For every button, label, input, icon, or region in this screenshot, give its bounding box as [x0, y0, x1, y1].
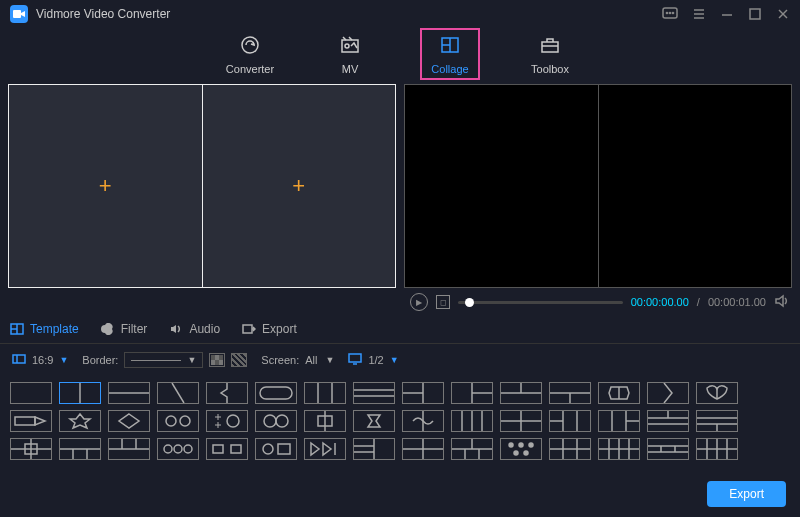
- template-item[interactable]: [402, 410, 444, 432]
- volume-icon[interactable]: [774, 294, 790, 311]
- template-item[interactable]: [353, 410, 395, 432]
- chevron-down-icon: ▼: [59, 355, 68, 365]
- color-picker-button[interactable]: [209, 353, 225, 367]
- border-control: Border: ▼: [82, 352, 247, 368]
- subtab-filter[interactable]: Filter: [101, 322, 148, 336]
- template-item[interactable]: [206, 410, 248, 432]
- feedback-icon[interactable]: [662, 7, 678, 21]
- slot-2[interactable]: +: [203, 85, 396, 287]
- border-pattern-button[interactable]: [231, 353, 247, 367]
- export-button[interactable]: Export: [707, 481, 786, 507]
- template-item[interactable]: [696, 382, 738, 404]
- template-item[interactable]: [10, 382, 52, 404]
- template-icon: [10, 323, 24, 335]
- subtab-audio[interactable]: Audio: [169, 322, 220, 336]
- svg-point-114: [519, 443, 523, 447]
- template-item[interactable]: [696, 438, 738, 460]
- subtab-label: Audio: [189, 322, 220, 336]
- svg-rect-29: [215, 355, 219, 360]
- chevron-down-icon: ▼: [187, 355, 196, 365]
- subtab-template[interactable]: Template: [10, 322, 79, 336]
- svg-rect-32: [215, 360, 219, 365]
- template-item[interactable]: [647, 382, 689, 404]
- play-button[interactable]: ▶: [410, 293, 428, 311]
- template-item[interactable]: [206, 382, 248, 404]
- template-item[interactable]: [304, 410, 346, 432]
- template-item[interactable]: [10, 438, 52, 460]
- split-control[interactable]: 1/2 ▼: [348, 353, 398, 367]
- tab-mv[interactable]: MV: [320, 28, 380, 80]
- template-item[interactable]: [451, 382, 493, 404]
- minimize-icon[interactable]: [720, 7, 734, 21]
- template-item[interactable]: [402, 382, 444, 404]
- footer: Export: [707, 481, 786, 507]
- screen-label: Screen:: [261, 354, 299, 366]
- template-options: 16:9 ▼ Border: ▼ Screen: All▼ 1/2 ▼: [0, 344, 800, 376]
- svg-marker-57: [70, 414, 90, 428]
- svg-rect-30: [219, 355, 223, 360]
- template-item[interactable]: [255, 410, 297, 432]
- template-item[interactable]: [304, 382, 346, 404]
- template-item[interactable]: [451, 438, 493, 460]
- tab-collage[interactable]: Collage: [420, 28, 480, 80]
- template-item[interactable]: [59, 438, 101, 460]
- stop-button[interactable]: ◻: [436, 295, 450, 309]
- menu-icon[interactable]: [692, 7, 706, 21]
- template-item[interactable]: [598, 382, 640, 404]
- template-item[interactable]: [157, 410, 199, 432]
- template-item[interactable]: [206, 438, 248, 460]
- template-item[interactable]: [59, 410, 101, 432]
- svg-point-94: [174, 445, 182, 453]
- template-item[interactable]: [255, 382, 297, 404]
- template-item[interactable]: [549, 382, 591, 404]
- seek-thumb[interactable]: [465, 298, 474, 307]
- aspect-icon: [12, 353, 26, 367]
- chevron-down-icon: ▼: [326, 355, 335, 365]
- screen-value: All: [305, 354, 317, 366]
- template-item[interactable]: [353, 382, 395, 404]
- template-item[interactable]: [500, 438, 542, 460]
- svg-point-95: [184, 445, 192, 453]
- template-item[interactable]: [451, 410, 493, 432]
- time-current: 00:00:00.00: [631, 296, 689, 308]
- template-item[interactable]: [353, 438, 395, 460]
- template-item[interactable]: [500, 382, 542, 404]
- screen-select[interactable]: All▼: [305, 354, 334, 366]
- close-icon[interactable]: [776, 7, 790, 21]
- template-item[interactable]: [59, 382, 101, 404]
- template-item[interactable]: [108, 382, 150, 404]
- svg-rect-55: [15, 417, 35, 425]
- template-item[interactable]: [549, 438, 591, 460]
- template-item[interactable]: [304, 438, 346, 460]
- maximize-icon[interactable]: [748, 7, 762, 21]
- template-item[interactable]: [647, 438, 689, 460]
- border-style-select[interactable]: ▼: [124, 352, 203, 368]
- slot-1[interactable]: +: [9, 85, 203, 287]
- titlebar: Vidmore Video Converter: [0, 0, 800, 28]
- seek-track[interactable]: [458, 301, 623, 304]
- svg-marker-56: [35, 417, 45, 425]
- subtab-export[interactable]: Export: [242, 322, 297, 336]
- collage-icon: [439, 34, 461, 59]
- add-icon: +: [292, 173, 305, 199]
- svg-rect-34: [349, 354, 361, 362]
- aspect-selector[interactable]: 16:9 ▼: [12, 353, 68, 367]
- template-item[interactable]: [255, 438, 297, 460]
- template-item[interactable]: [108, 438, 150, 460]
- template-item[interactable]: [696, 410, 738, 432]
- template-item[interactable]: [598, 410, 640, 432]
- main-tabs: Converter MV Collage Toolbox: [0, 28, 800, 80]
- svg-point-62: [264, 415, 276, 427]
- template-item[interactable]: [108, 410, 150, 432]
- template-item[interactable]: [500, 410, 542, 432]
- tab-toolbox[interactable]: Toolbox: [520, 28, 580, 80]
- template-item[interactable]: [157, 382, 199, 404]
- collage-slots: + +: [8, 84, 396, 288]
- template-item[interactable]: [157, 438, 199, 460]
- template-item[interactable]: [598, 438, 640, 460]
- tab-converter[interactable]: Converter: [220, 28, 280, 80]
- template-item[interactable]: [402, 438, 444, 460]
- template-item[interactable]: [549, 410, 591, 432]
- template-item[interactable]: [647, 410, 689, 432]
- template-item[interactable]: [10, 410, 52, 432]
